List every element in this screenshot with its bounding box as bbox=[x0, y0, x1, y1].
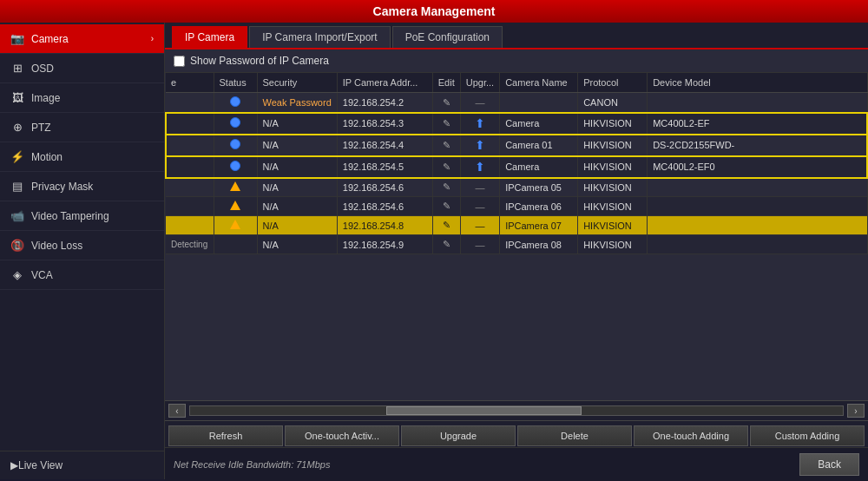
cell-protocol: HIKVISION bbox=[578, 216, 648, 235]
status-dot-online bbox=[230, 161, 240, 171]
table-row[interactable]: N/A192.168.254.6✎—IPCamera 05HIKVISION bbox=[166, 178, 867, 197]
cell-num bbox=[166, 93, 214, 113]
horizontal-scrollbar: ‹ › bbox=[165, 400, 868, 420]
sidebar-item-privacy-mask[interactable]: ▤ Privacy Mask bbox=[0, 172, 164, 201]
table-row[interactable]: N/A192.168.254.5✎⬆CameraHIKVISIONMC400L2… bbox=[166, 156, 867, 178]
title-bar: Camera Management bbox=[0, 0, 868, 23]
cell-edit[interactable]: ✎ bbox=[432, 235, 460, 254]
table-row[interactable]: N/A192.168.254.6✎—IPCamera 06HIKVISION bbox=[166, 197, 867, 216]
cell-edit[interactable]: ✎ bbox=[432, 135, 460, 156]
privacy-mask-icon: ▤ bbox=[10, 180, 24, 193]
cell-camera-name bbox=[500, 93, 578, 113]
table-row[interactable]: Weak Password192.168.254.2✎—CANON bbox=[166, 93, 867, 113]
camera-table-container: e Status Security IP Camera Addr... Edit… bbox=[165, 73, 868, 400]
edit-icon[interactable]: ✎ bbox=[443, 140, 450, 150]
show-password-checkbox[interactable] bbox=[174, 56, 185, 67]
cell-security: N/A bbox=[257, 235, 337, 254]
sidebar-item-ptz[interactable]: ⊕ PTZ bbox=[0, 113, 164, 142]
tab-poe-configuration[interactable]: PoE Configuration bbox=[392, 26, 503, 48]
edit-icon[interactable]: ✎ bbox=[443, 239, 450, 249]
tab-bar: IP Camera IP Camera Import/Export PoE Co… bbox=[165, 23, 868, 49]
cell-edit[interactable]: ✎ bbox=[432, 197, 460, 216]
scroll-right-btn[interactable]: › bbox=[847, 404, 865, 418]
status-warning-triangle bbox=[230, 181, 240, 191]
cell-edit[interactable]: ✎ bbox=[432, 156, 460, 178]
edit-icon[interactable]: ✎ bbox=[443, 97, 450, 108]
upgrade-button[interactable]: Upgrade bbox=[401, 425, 516, 446]
cell-upgrade: — bbox=[460, 235, 499, 254]
status-dot-online bbox=[230, 117, 240, 128]
cell-status bbox=[214, 235, 257, 254]
sidebar-nav: 📷 Camera › ⊞ OSD 🖼 Image ⊕ PTZ ⚡ Motion bbox=[0, 23, 164, 290]
sidebar-item-video-loss[interactable]: 📵 Video Loss bbox=[0, 231, 164, 260]
cell-edit[interactable]: ✎ bbox=[432, 93, 460, 113]
upgrade-icon[interactable]: ⬆ bbox=[475, 116, 485, 130]
cell-ip: 192.168.254.3 bbox=[337, 113, 432, 135]
status-dot-online bbox=[230, 139, 240, 149]
one-touch-adding-button[interactable]: One-touch Adding bbox=[634, 425, 748, 446]
sidebar-item-osd[interactable]: ⊞ OSD bbox=[0, 54, 164, 83]
tab-import-export-label: IP Camera Import/Export bbox=[262, 31, 378, 43]
camera-icon: 📷 bbox=[10, 32, 24, 45]
camera-table: e Status Security IP Camera Addr... Edit… bbox=[165, 73, 868, 254]
table-row[interactable]: N/A192.168.254.8✎—IPCamera 07HIKVISION bbox=[166, 216, 867, 235]
edit-icon[interactable]: ✎ bbox=[443, 118, 450, 128]
refresh-button[interactable]: Refresh bbox=[168, 425, 283, 446]
sidebar-item-video-tampering[interactable]: 📹 Video Tampering bbox=[0, 201, 164, 231]
cell-protocol: HIKVISION bbox=[578, 156, 648, 178]
action-buttons-bar: Refresh One-touch Activ... Upgrade Delet… bbox=[165, 420, 868, 451]
sidebar-item-vca[interactable]: ◈ VCA bbox=[0, 260, 164, 290]
sidebar-item-live-view[interactable]: ▶ Live View bbox=[0, 451, 164, 479]
cell-ip: 192.168.254.6 bbox=[337, 178, 432, 197]
live-view-icon: ▶ bbox=[10, 459, 18, 471]
edit-icon[interactable]: ✎ bbox=[443, 161, 450, 172]
tab-poe-label: PoE Configuration bbox=[405, 31, 490, 43]
sidebar-label-camera: Camera bbox=[31, 33, 69, 45]
cell-camera-name: IPCamera 05 bbox=[500, 178, 578, 197]
col-device-model: Device Model bbox=[648, 73, 867, 93]
sidebar: 📷 Camera › ⊞ OSD 🖼 Image ⊕ PTZ ⚡ Motion bbox=[0, 23, 165, 479]
tab-ip-camera[interactable]: IP Camera bbox=[172, 26, 247, 48]
back-button[interactable]: Back bbox=[799, 453, 859, 476]
sidebar-item-motion[interactable]: ⚡ Motion bbox=[0, 142, 164, 172]
cell-num bbox=[166, 135, 214, 156]
vca-icon: ◈ bbox=[10, 268, 24, 281]
show-password-label: Show Password of IP Camera bbox=[190, 55, 329, 67]
edit-icon[interactable]: ✎ bbox=[443, 201, 450, 211]
cell-upgrade: ⬆ bbox=[460, 135, 499, 156]
cell-upgrade: — bbox=[460, 178, 499, 197]
sidebar-label-live-view: Live View bbox=[18, 459, 62, 471]
cell-device-model bbox=[648, 235, 867, 254]
cell-protocol: HIKVISION bbox=[578, 113, 648, 135]
cell-security: N/A bbox=[257, 113, 337, 135]
table-row[interactable]: N/A192.168.254.3✎⬆CameraHIKVISIONMC400L2… bbox=[166, 113, 867, 135]
cell-protocol: CANON bbox=[578, 93, 648, 113]
cell-security: N/A bbox=[257, 135, 337, 156]
scroll-track[interactable] bbox=[189, 405, 844, 416]
table-row[interactable]: DetectingN/A192.168.254.9✎—IPCamera 08HI… bbox=[166, 235, 867, 254]
cell-edit[interactable]: ✎ bbox=[432, 178, 460, 197]
edit-icon[interactable]: ✎ bbox=[443, 220, 450, 230]
cell-edit[interactable]: ✎ bbox=[432, 216, 460, 235]
cell-security: N/A bbox=[257, 197, 337, 216]
sidebar-item-camera[interactable]: 📷 Camera › bbox=[0, 24, 164, 54]
one-touch-activ-button[interactable]: One-touch Activ... bbox=[285, 425, 399, 446]
tab-ip-camera-import-export[interactable]: IP Camera Import/Export bbox=[249, 26, 391, 48]
status-warning-triangle bbox=[230, 220, 240, 229]
scroll-left-btn[interactable]: ‹ bbox=[168, 404, 186, 418]
cell-security: N/A bbox=[257, 216, 337, 235]
custom-adding-button[interactable]: Custom Adding bbox=[750, 425, 865, 446]
sidebar-item-image[interactable]: 🖼 Image bbox=[0, 83, 164, 113]
table-row[interactable]: N/A192.168.254.4✎⬆Camera 01HIKVISIONDS-2… bbox=[166, 135, 867, 156]
cell-device-model bbox=[648, 93, 867, 113]
upgrade-icon[interactable]: ⬆ bbox=[475, 160, 485, 174]
table-header-row: e Status Security IP Camera Addr... Edit… bbox=[166, 73, 867, 93]
upgrade-icon[interactable]: ⬆ bbox=[475, 138, 485, 152]
cell-num bbox=[166, 178, 214, 197]
scroll-thumb[interactable] bbox=[386, 406, 582, 415]
cell-status bbox=[214, 178, 257, 197]
sidebar-arrow-camera: › bbox=[151, 34, 154, 43]
edit-icon[interactable]: ✎ bbox=[443, 181, 450, 192]
delete-button[interactable]: Delete bbox=[517, 425, 632, 446]
cell-edit[interactable]: ✎ bbox=[432, 113, 460, 135]
